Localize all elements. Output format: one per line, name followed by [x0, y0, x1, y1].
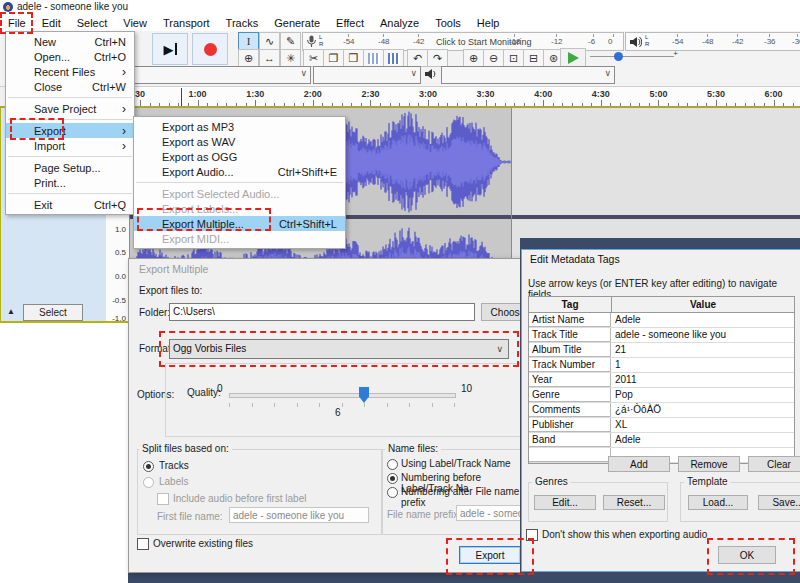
tracks-radio[interactable] — [143, 461, 154, 472]
menu-item-export-as-wav[interactable]: Export as WAV — [134, 134, 345, 149]
menu-item-import[interactable]: Import› — [6, 138, 134, 153]
draw-tool-button[interactable]: ✎ — [280, 32, 301, 50]
menu-item-export-audio[interactable]: Export Audio...Ctrl+Shift+E — [134, 164, 345, 179]
menu-item-print[interactable]: Print... — [6, 175, 134, 190]
export-button[interactable]: Export — [459, 546, 521, 564]
tag-cell[interactable]: Track Number — [529, 358, 611, 372]
numbering-after-radio[interactable] — [387, 487, 398, 498]
trim-audio-button[interactable] — [383, 49, 404, 67]
menu-item-export-as-ogg[interactable]: Export as OGG — [134, 149, 345, 164]
menu-item-exit[interactable]: ExitCtrl+Q — [6, 197, 134, 212]
envelope-tool-button[interactable]: ∿ — [259, 32, 280, 50]
tag-cell[interactable]: Year — [529, 373, 611, 387]
tag-cell[interactable]: Album Title — [529, 343, 611, 357]
menu-item-recent-files[interactable]: Recent Files› — [6, 64, 134, 79]
value-cell[interactable]: XL — [611, 418, 794, 432]
menu-item-new[interactable]: NewCtrl+N — [6, 34, 134, 49]
play-at-speed-button[interactable] — [560, 48, 586, 68]
menu-tracks[interactable]: Tracks — [218, 16, 267, 30]
playback-meter[interactable]: L R -54-48-42-36-30 — [625, 32, 800, 51]
dont-show-checkbox[interactable] — [526, 529, 538, 541]
menu-item-save-project[interactable]: Save Project› — [6, 101, 134, 116]
quality-tick — [409, 403, 410, 407]
value-cell[interactable]: 21 — [611, 343, 794, 357]
tag-cell[interactable]: Band — [529, 433, 611, 447]
cut-button[interactable]: ✂ — [303, 49, 324, 67]
template-save-button[interactable]: Save... — [758, 495, 800, 510]
tracks-radio-label[interactable]: Tracks — [159, 460, 189, 471]
folder-input[interactable]: C:\Users\ — [169, 303, 475, 321]
menu-analyze[interactable]: Analyze — [372, 16, 427, 30]
dialog-title: Export Multiple — [139, 263, 208, 275]
menu-effect[interactable]: Effect — [328, 16, 372, 30]
menu-generate[interactable]: Generate — [266, 16, 328, 30]
track-select-button[interactable]: Select — [23, 304, 83, 321]
skip-to-end-button[interactable]: ▶ — [152, 33, 188, 65]
add-button[interactable]: Add — [608, 456, 670, 472]
menu-view[interactable]: View — [115, 16, 155, 30]
clear-button[interactable]: Clear — [748, 456, 800, 472]
format-combo[interactable]: Ogg Vorbis Files ∨ — [169, 339, 509, 359]
tag-cell[interactable] — [529, 448, 611, 462]
value-cell[interactable]: Adele — [611, 433, 794, 447]
zoom-selection-button[interactable]: ⊡ — [503, 49, 524, 67]
tag-cell[interactable]: Artist Name — [529, 313, 611, 327]
remove-button[interactable]: Remove — [678, 456, 740, 472]
waveform-empty-region[interactable] — [511, 108, 800, 215]
redo-button[interactable]: ↷ — [427, 49, 448, 67]
menu-edit[interactable]: Edit — [34, 16, 69, 30]
record-button[interactable] — [192, 33, 228, 65]
selection-tool-button[interactable]: I — [238, 32, 259, 50]
paste-button[interactable]: ❒ — [343, 49, 364, 67]
menu-item-open[interactable]: Open...Ctrl+O — [6, 49, 134, 64]
menu-item-export[interactable]: Export› — [6, 123, 134, 138]
playback-speed-slider[interactable]: + — [590, 49, 678, 65]
metadata-table[interactable]: Tag Value Artist NameAdeleTrack Titleade… — [528, 296, 795, 464]
value-cell[interactable]: Pop — [611, 388, 794, 402]
value-cell[interactable]: Adele — [611, 313, 794, 327]
zoom-out-button[interactable]: ⊖ — [483, 49, 504, 67]
undo-button[interactable]: ↶ — [407, 49, 428, 67]
overwrite-checkbox[interactable] — [137, 538, 149, 550]
menu-file[interactable]: File — [0, 16, 34, 30]
menu-transport[interactable]: Transport — [155, 16, 218, 30]
template-load-button[interactable]: Load... — [688, 495, 748, 510]
zoom-in-button[interactable]: ⊕ — [463, 49, 484, 67]
zoom-tool-button[interactable]: ⊕ — [238, 49, 259, 67]
timeline-tick — [438, 103, 439, 106]
speed-slider-thumb[interactable] — [614, 52, 623, 61]
tag-cell[interactable]: Genre — [529, 388, 611, 402]
value-cell[interactable]: 2011 — [611, 373, 794, 387]
value-cell[interactable]: ¿á¹·ÒôÀÖ — [611, 403, 794, 417]
genres-edit-button[interactable]: Edit... — [534, 495, 596, 510]
numbering-before-radio[interactable] — [387, 473, 398, 484]
copy-button[interactable]: ❐ — [323, 49, 344, 67]
using-label-radio-label[interactable]: Using Label/Track Name — [401, 458, 511, 469]
using-label-radio[interactable] — [387, 459, 398, 470]
menu-tools[interactable]: Tools — [427, 16, 469, 30]
dont-show-label[interactable]: Don't show this when exporting audio — [542, 529, 707, 540]
menu-item-page-setup[interactable]: Page Setup... — [6, 160, 134, 175]
multi-tool-button[interactable]: ✳ — [280, 49, 301, 67]
value-cell[interactable]: adele - someone like you — [611, 328, 794, 342]
menu-select[interactable]: Select — [69, 16, 116, 30]
playback-device-combo[interactable]: ∨ — [441, 66, 615, 84]
tag-cell[interactable]: Track Title — [529, 328, 611, 342]
timeshift-tool-button[interactable]: ↔ — [259, 49, 280, 67]
genres-reset-button[interactable]: Reset... — [603, 495, 665, 510]
recording-device-combo[interactable]: ∨ — [133, 66, 311, 84]
recording-channels-combo[interactable]: ∨ — [313, 66, 421, 84]
value-cell[interactable]: 1 — [611, 358, 794, 372]
menu-item-export-as-mp3[interactable]: Export as MP3 — [134, 119, 345, 134]
zoom-fit-button[interactable]: ⊟ — [523, 49, 544, 67]
menu-item-close[interactable]: CloseCtrl+W — [6, 79, 134, 94]
ok-button[interactable]: OK — [718, 546, 776, 564]
collapse-track-icon[interactable]: ▲ — [7, 307, 15, 316]
menu-help[interactable]: Help — [469, 16, 508, 30]
silence-audio-button[interactable] — [363, 49, 384, 67]
quality-slider-track[interactable] — [229, 393, 456, 398]
tag-cell[interactable]: Comments — [529, 403, 611, 417]
menu-item-export-multiple[interactable]: Export Multiple...Ctrl+Shift+L — [134, 216, 345, 231]
overwrite-label[interactable]: Overwrite existing files — [153, 538, 253, 549]
tag-cell[interactable]: Publisher — [529, 418, 611, 432]
